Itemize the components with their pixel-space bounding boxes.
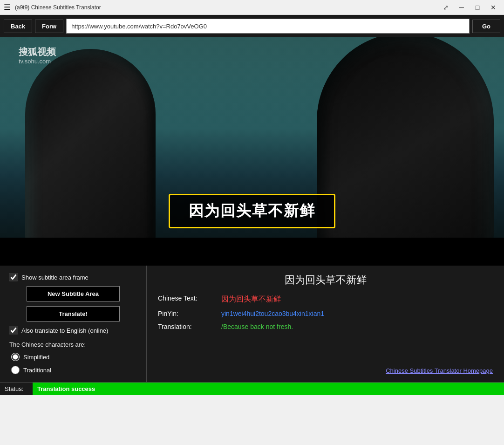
navigation-bar: Back Forw Go (0, 15, 504, 37)
figure-left (25, 49, 156, 263)
simplified-radio[interactable] (11, 353, 20, 361)
simplified-label: Simplified (23, 354, 49, 361)
charset-label: The Chinese characters are: (9, 341, 137, 348)
minimize-button[interactable]: ─ (455, 3, 469, 12)
chinese-text-value: 因为回头草不新鲜 (221, 294, 281, 304)
translation-footer: Chinese Subtitles Translator Homepage (158, 366, 493, 375)
watermark-line2: tv.sohu.com (19, 58, 56, 66)
status-label: Status: (0, 385, 33, 392)
also-translate-label: Also translate to English (online) (21, 327, 108, 334)
title-bar: ☰ (a9t9) Chinese Subtitles Translator ⤢ … (0, 0, 504, 15)
pinyin-label: PinYin: (158, 310, 214, 317)
app-title: (a9t9) Chinese Subtitles Translator (15, 4, 439, 11)
restore-icon-btn[interactable]: ⤢ (439, 3, 453, 12)
translation-row: Translation: /Because back not fresh. (158, 323, 493, 330)
back-button[interactable]: Back (4, 20, 32, 33)
also-translate-row: Also translate to English (online) (9, 326, 137, 335)
also-translate-checkbox[interactable] (9, 326, 18, 335)
url-input[interactable] (66, 19, 470, 34)
show-subtitle-label: Show subtitle area frame (21, 274, 89, 281)
homepage-link[interactable]: Chinese Subtitles Translator Homepage (386, 367, 493, 374)
video-scene: 搜狐视频 tv.sohu.com 因为回头草不新鲜 (0, 37, 504, 266)
watermark: 搜狐视频 tv.sohu.com (19, 46, 56, 66)
maximize-button[interactable]: □ (470, 3, 484, 12)
subtitle-box: 因为回头草不新鲜 (169, 194, 335, 228)
status-bar: Status: Translation success (0, 382, 504, 395)
translation-value: /Because back not fresh. (221, 323, 293, 330)
chinese-text-row: Chinese Text: 因为回头草不新鲜 (158, 294, 493, 304)
show-subtitle-row: Show subtitle area frame (9, 273, 137, 281)
new-subtitle-area-button[interactable]: New Subtitle Area (27, 286, 120, 301)
traditional-radio[interactable] (11, 366, 20, 374)
pinyin-row: PinYin: yin1wei4hui2tou2cao3bu4xin1xian1 (158, 310, 493, 317)
menu-icon[interactable]: ☰ (4, 3, 10, 12)
control-panel: Show subtitle area frame New Subtitle Ar… (0, 266, 504, 382)
show-subtitle-checkbox[interactable] (9, 273, 18, 281)
close-button[interactable]: ✕ (486, 3, 500, 12)
translation-label: Translation: (158, 323, 214, 330)
traditional-label: Traditional (23, 367, 51, 374)
figure-right (317, 37, 494, 266)
subtitle-text: 因为回头草不新鲜 (189, 202, 315, 219)
forward-button[interactable]: Forw (35, 20, 63, 33)
status-text: Translation success (37, 385, 95, 392)
pinyin-value: yin1wei4hui2tou2cao3bu4xin1xian1 (221, 310, 324, 317)
translation-title: 因为回头草不新鲜 (158, 273, 493, 287)
status-value: Translation success (33, 383, 504, 395)
traditional-row: Traditional (11, 366, 137, 374)
left-controls: Show subtitle area frame New Subtitle Ar… (0, 266, 147, 382)
translation-panel: 因为回头草不新鲜 Chinese Text: 因为回头草不新鲜 PinYin: … (147, 266, 504, 382)
watermark-line1: 搜狐视频 (19, 46, 56, 58)
video-container: 搜狐视频 tv.sohu.com 因为回头草不新鲜 (0, 37, 504, 266)
go-button[interactable]: Go (472, 20, 500, 33)
simplified-row: Simplified (11, 353, 137, 361)
video-bottom-bar (0, 238, 504, 266)
window-controls: ⤢ ─ □ ✕ (439, 3, 500, 12)
chinese-text-label: Chinese Text: (158, 294, 214, 302)
translate-button[interactable]: Translate! (27, 306, 120, 322)
